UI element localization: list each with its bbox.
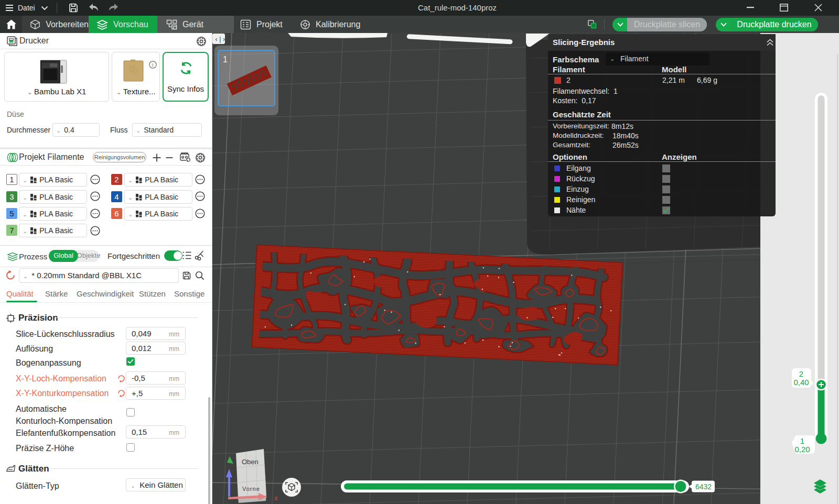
svg-text:1: 1 [223,55,228,64]
svg-text:i: i [152,62,154,68]
svg-text:0,20: 0,20 [794,445,810,454]
svg-text:2: 2 [799,369,803,378]
svg-text:0,40: 0,40 [793,378,809,387]
svg-text:1: 1 [800,436,804,445]
svg-text:‹|›: ‹|› [214,36,226,43]
svg-text:Oben: Oben [242,458,259,466]
svg-text:6432: 6432 [695,483,712,491]
svg-text:Vorne: Vorne [242,486,260,492]
svg-text:x: x [274,494,278,502]
